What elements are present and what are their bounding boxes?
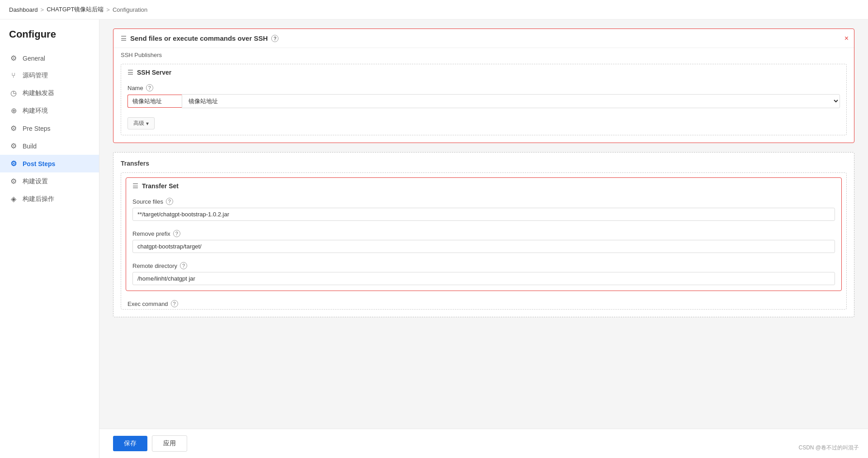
ssh-help-icon[interactable]: ? [271,35,278,42]
remove-prefix-input[interactable] [132,240,835,253]
name-label: Name ? [127,84,840,91]
transfers-section: Transfers ☰ Transfer Set Source files ? [113,152,854,317]
save-button[interactable]: 保存 [113,436,147,451]
gear-icon-pre: ⚙ [9,124,18,133]
sidebar-item-label: 源码管理 [23,72,48,80]
sidebar-item-pre-steps[interactable]: ⚙ Pre Steps [0,119,99,137]
source-files-label: Source files ? [132,198,835,205]
drag-handle-icon: ☰ [121,35,127,42]
cube-icon: ◈ [9,195,18,203]
gear-icon-settings: ⚙ [9,177,18,186]
sidebar-item-label: 构建设置 [23,177,48,186]
globe-icon: ⊕ [9,106,18,115]
name-input[interactable] [127,95,182,108]
advanced-toggle[interactable]: 高级 ▾ [127,117,155,129]
sidebar-item-label: Post Steps [23,160,55,167]
source-files-group: Source files ? [126,194,841,226]
source-files-help-icon[interactable]: ? [166,198,173,205]
source-files-input[interactable] [132,208,835,221]
ssh-server-header: ☰ SSH Server [121,64,846,81]
ssh-publishers-box: ☰ Send files or execute commands over SS… [113,29,854,143]
sidebar-item-label: Pre Steps [23,125,50,132]
name-select[interactable]: 镜像站地址 [182,94,840,108]
breadcrumb: Dashboard > CHATGPT镜像站后端 > Configuration [0,0,868,19]
ssh-drag-icon: ☰ [127,69,133,76]
transfer-set-title: Transfer Set [142,182,179,190]
transfer-drag-icon: ☰ [132,182,138,190]
sidebar-item-post-steps[interactable]: ⚙ Post Steps [0,155,99,172]
gear-icon: ⚙ [9,54,18,62]
chevron-down-icon: ▾ [146,120,149,127]
ssh-publishers-label: SSH Publishers [113,48,854,60]
remove-prefix-help-icon[interactable]: ? [173,230,180,237]
remote-directory-help-icon[interactable]: ? [180,262,187,269]
remote-directory-input[interactable] [132,272,835,285]
sidebar-item-source[interactable]: ⑂ 源码管理 [0,67,99,84]
transfer-set-outer: ☰ Transfer Set Source files ? [121,172,847,310]
gear-icon-post: ⚙ [9,159,18,168]
transfer-set-inner: ☰ Transfer Set Source files ? [126,177,842,291]
exec-command-help-icon[interactable]: ? [171,300,178,307]
clock-icon: ◷ [9,89,18,97]
sidebar-item-label: 构建后操作 [23,195,54,203]
sidebar-item-label: 构建触发器 [23,89,54,97]
breadcrumb-sep-2: > [106,6,110,13]
transfers-title: Transfers [121,160,847,167]
breadcrumb-page: Configuration [113,6,147,13]
remote-directory-group: Remote directory ? [126,258,841,291]
sidebar-title: Configure [0,29,99,49]
name-help-icon[interactable]: ? [146,84,153,91]
remove-prefix-group: Remove prefix ? [126,226,841,258]
remote-directory-label: Remote directory ? [132,262,835,269]
exec-command-group: Exec command ? [121,296,846,309]
apply-button[interactable]: 应用 [152,435,187,452]
breadcrumb-project[interactable]: CHATGPT镜像站后端 [47,5,104,14]
sidebar-item-build-settings[interactable]: ⚙ 构建设置 [0,172,99,190]
sidebar-item-post-build[interactable]: ◈ 构建后操作 [0,190,99,208]
bottom-bar: 保存 应用 [99,429,868,458]
breadcrumb-sep-1: > [41,6,44,13]
sidebar-item-build-trigger[interactable]: ◷ 构建触发器 [0,84,99,102]
sidebar-item-general[interactable]: ⚙ General [0,49,99,67]
transfer-set-header: ☰ Transfer Set [126,178,841,194]
watermark: CSDN @卷不过的叫混子 [798,444,859,452]
close-button[interactable]: × [844,34,849,43]
sidebar-item-build[interactable]: ⚙ Build [0,137,99,155]
gear-icon-build: ⚙ [9,142,18,150]
name-field-group: Name ? 镜像站地址 [121,81,846,114]
sidebar-item-label: General [23,55,45,62]
sidebar-item-label: 构建环境 [23,107,48,115]
ssh-header-title: Send files or execute commands over SSH [130,34,268,42]
remove-prefix-label: Remove prefix ? [132,230,835,237]
ssh-publishers-header: ☰ Send files or execute commands over SS… [113,29,854,48]
branch-icon: ⑂ [9,72,18,80]
ssh-server-box: ☰ SSH Server Name ? 镜像站地址 [121,64,847,135]
breadcrumb-dashboard[interactable]: Dashboard [9,6,38,13]
sidebar-item-label: Build [23,143,37,150]
sidebar-item-build-env[interactable]: ⊕ 构建环境 [0,102,99,119]
advanced-label: 高级 [133,119,144,127]
ssh-server-title: SSH Server [137,69,171,76]
